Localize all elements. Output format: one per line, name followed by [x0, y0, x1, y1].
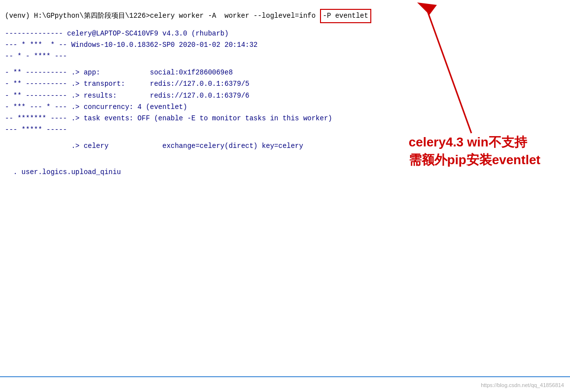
command-line: (venv) H:\GPpython\第四阶段项目\1226>celery wo…	[5, 9, 560, 23]
bottom-divider	[0, 376, 570, 377]
os-info-line: -- * - **** ---	[5, 51, 560, 62]
config-header: - ** ---------- .> app: social:0x1f28600…	[5, 67, 560, 78]
watermark: https://blog.csdn.net/qq_41856814	[481, 382, 564, 388]
annotation-line2: 需额外pip安装eventlet	[409, 152, 540, 167]
blank-line7	[5, 178, 560, 183]
transport-line: - ** ---------- .> results: redis://127.…	[5, 90, 560, 102]
annotation-line1: celery4.3 win不支持	[409, 135, 527, 149]
annotation-block: celery4.3 win不支持 需额外pip安装eventlet	[409, 133, 540, 169]
command-prefix: (venv) H:\GPpython\第四阶段项目\1226>celery wo…	[5, 12, 320, 20]
blank-line8	[5, 183, 560, 188]
concurrency-line: -- ******* ---- .> task events: OFF (ena…	[5, 113, 560, 124]
stars-line1: --- * *** * -- Windows-10-10.0.18362-SP0…	[5, 39, 560, 51]
highlight-eventlet: -P eventlet	[320, 9, 371, 23]
results-line: - *** --- * --- .> concurrency: 4 (event…	[5, 102, 560, 113]
blank-line2	[5, 62, 560, 67]
app-line: - ** ---------- .> transport: redis://12…	[5, 78, 560, 90]
blank-line	[5, 23, 560, 28]
annotation-text: celery4.3 win不支持 需额外pip安装eventlet	[409, 133, 540, 169]
celery-header: -------------- celery@LAPTOP-SC410VF9 v4…	[5, 28, 560, 39]
